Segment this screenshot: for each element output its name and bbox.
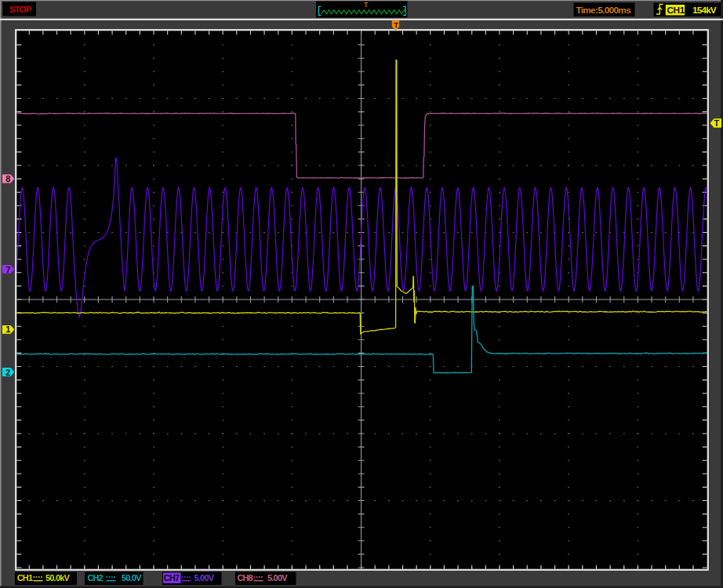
svg-text:8: 8 [5, 174, 10, 183]
svg-text:50.0kV: 50.0kV [45, 573, 71, 583]
svg-text:Time:5.000ms: Time:5.000ms [576, 5, 631, 16]
svg-text:50.0V: 50.0V [122, 573, 142, 583]
svg-text:1: 1 [5, 325, 10, 334]
svg-text:CH2: CH2 [87, 573, 103, 583]
svg-text:T: T [714, 118, 720, 128]
svg-text:CH1: CH1 [17, 573, 33, 583]
svg-text:CH8: CH8 [237, 573, 253, 583]
svg-text:CH7: CH7 [164, 573, 180, 583]
svg-text:154kV: 154kV [692, 5, 717, 16]
svg-text:CH1: CH1 [667, 5, 685, 16]
svg-text:T: T [364, 1, 369, 9]
svg-text:5.00V: 5.00V [267, 573, 288, 583]
svg-text:T: T [394, 20, 398, 29]
svg-text:2: 2 [5, 368, 10, 377]
svg-text:STOP: STOP [9, 5, 32, 14]
svg-text:5.00V: 5.00V [194, 573, 215, 583]
svg-text:7: 7 [5, 265, 10, 274]
